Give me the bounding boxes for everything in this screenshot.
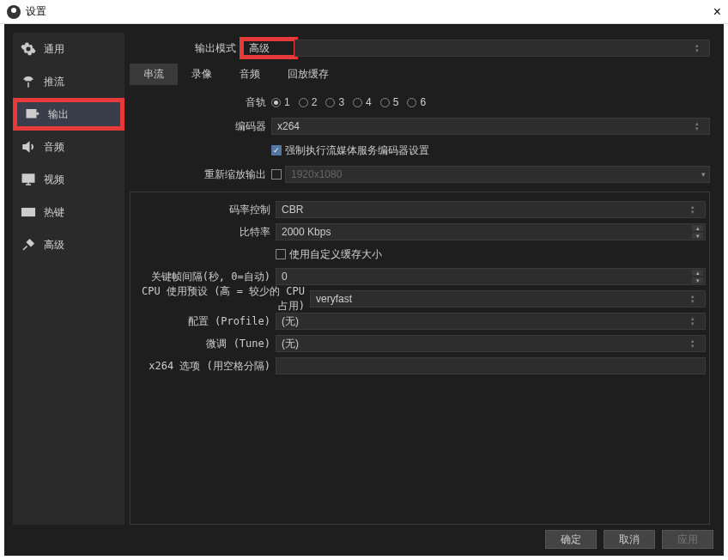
output-mode-highlight: 高级 xyxy=(240,37,298,59)
track-radio-5[interactable]: 5 xyxy=(380,96,399,108)
tune-label: 微调 (Tune) xyxy=(134,337,276,351)
custom-buffer-label: 使用自定义缓存大小 xyxy=(289,247,382,262)
rate-control-select[interactable]: CBR▴▾ xyxy=(276,201,706,218)
sidebar-item-advanced[interactable]: 高级 xyxy=(13,228,124,261)
encoder-label: 编码器 xyxy=(130,119,271,134)
rescale-checkbox[interactable] xyxy=(271,169,282,180)
sidebar-item-label: 热键 xyxy=(44,205,64,220)
sidebar-item-general[interactable]: 通用 xyxy=(13,33,124,65)
sidebar-item-video[interactable]: 视频 xyxy=(13,163,124,196)
cancel-button[interactable]: 取消 xyxy=(604,530,655,549)
spin-up-icon[interactable]: ▴ xyxy=(692,270,703,276)
output-icon xyxy=(24,107,41,122)
chevron-updown-icon: ▴▾ xyxy=(691,313,703,329)
sidebar-item-label: 通用 xyxy=(44,42,64,57)
chevron-updown-icon: ▴▾ xyxy=(691,336,703,351)
sidebar: 通用 推流 输出 音频 视频 xyxy=(13,33,124,525)
track-radio-6[interactable]: 6 xyxy=(407,96,426,108)
ok-button[interactable]: 确定 xyxy=(545,530,597,549)
chevron-updown-icon: ▴▾ xyxy=(695,40,707,56)
track-radio-1[interactable]: 1 xyxy=(271,96,290,108)
keyboard-icon xyxy=(20,204,37,220)
sidebar-item-label: 高级 xyxy=(44,238,64,253)
apply-button[interactable]: 应用 xyxy=(662,530,713,549)
output-mode-value: 高级 xyxy=(249,41,270,56)
tune-select[interactable]: (无)▴▾ xyxy=(276,335,706,352)
bitrate-label: 比特率 xyxy=(134,225,276,240)
tab-stream[interactable]: 串流 xyxy=(130,64,178,85)
svg-rect-0 xyxy=(27,110,36,118)
rescale-label: 重新缩放输出 xyxy=(130,167,271,182)
sidebar-item-output[interactable]: 输出 xyxy=(13,98,124,131)
spin-up-icon[interactable]: ▴ xyxy=(692,225,703,231)
custom-buffer-checkbox[interactable] xyxy=(276,249,286,259)
window-title: 设置 xyxy=(26,4,46,19)
spin-down-icon[interactable]: ▾ xyxy=(692,233,703,239)
profile-select[interactable]: (无)▴▾ xyxy=(276,313,706,330)
output-mode-select[interactable]: ▴▾ xyxy=(294,40,710,57)
encoder-select[interactable]: x264▴▾ xyxy=(271,118,710,135)
tab-record[interactable]: 录像 xyxy=(178,64,226,85)
profile-label: 配置 (Profile) xyxy=(134,314,276,329)
tools-icon xyxy=(20,237,37,253)
sidebar-item-label: 视频 xyxy=(44,173,64,187)
sidebar-item-stream[interactable]: 推流 xyxy=(13,65,124,98)
titlebar: 设置 × xyxy=(0,0,728,24)
rate-control-label: 码率控制 xyxy=(134,203,276,217)
track-radio-3[interactable]: 3 xyxy=(325,96,344,108)
encoder-settings-section: 码率控制 CBR▴▾ 比特率 2000 Kbps▴▾ 使用自定义缓存大小 xyxy=(130,192,710,525)
track-radio-2[interactable]: 2 xyxy=(299,96,318,108)
keyframe-input[interactable]: 0▴▾ xyxy=(276,268,706,285)
bitrate-input[interactable]: 2000 Kbps▴▾ xyxy=(276,223,706,240)
monitor-icon xyxy=(20,172,37,187)
x264opts-input[interactable] xyxy=(276,357,706,374)
svg-rect-2 xyxy=(22,209,35,216)
chevron-updown-icon: ▴▾ xyxy=(691,291,703,307)
cpu-preset-label: CPU 使用预设 (高 = 较少的 CPU占用) xyxy=(134,284,310,313)
x264opts-label: x264 选项 (用空格分隔) xyxy=(134,359,276,374)
tab-replay[interactable]: 回放缓存 xyxy=(274,64,343,85)
tab-audio[interactable]: 音频 xyxy=(226,64,274,85)
main-panel: 输出模式 高级 ▴▾ 串流 录像 音频 回放缓存 xyxy=(124,33,715,525)
app-logo-icon xyxy=(7,5,21,19)
antenna-icon xyxy=(20,74,37,89)
dialog-buttons: 确定 取消 应用 xyxy=(545,530,713,549)
sidebar-item-hotkeys[interactable]: 热键 xyxy=(13,196,124,228)
enforce-label: 强制执行流媒体服务编码器设置 xyxy=(285,143,429,158)
chevron-updown-icon: ▴▾ xyxy=(691,202,703,217)
enforce-checkbox[interactable] xyxy=(271,145,282,155)
sidebar-item-label: 音频 xyxy=(44,140,64,155)
tracks-label: 音轨 xyxy=(130,95,271,110)
sidebar-item-label: 推流 xyxy=(44,75,64,89)
cpu-preset-select[interactable]: veryfast▴▾ xyxy=(310,290,706,307)
rescale-select[interactable]: 1920x1080▾ xyxy=(285,166,710,183)
chevron-down-icon: ▾ xyxy=(701,170,706,179)
output-mode-label: 输出模式 xyxy=(130,41,241,56)
tracks-radios: 1 2 3 4 5 6 xyxy=(271,96,710,108)
sidebar-item-audio[interactable]: 音频 xyxy=(13,131,124,163)
close-icon[interactable]: × xyxy=(713,4,721,20)
keyframe-label: 关键帧间隔(秒, 0=自动) xyxy=(134,270,276,284)
track-radio-4[interactable]: 4 xyxy=(353,96,372,108)
output-tabs: 串流 录像 音频 回放缓存 xyxy=(130,64,710,85)
chevron-updown-icon: ▴▾ xyxy=(695,119,707,134)
sidebar-item-label: 输出 xyxy=(48,107,69,122)
spin-down-icon[interactable]: ▾ xyxy=(692,277,703,283)
audio-icon xyxy=(20,139,37,155)
svg-rect-1 xyxy=(22,174,34,182)
gear-icon xyxy=(20,41,37,57)
